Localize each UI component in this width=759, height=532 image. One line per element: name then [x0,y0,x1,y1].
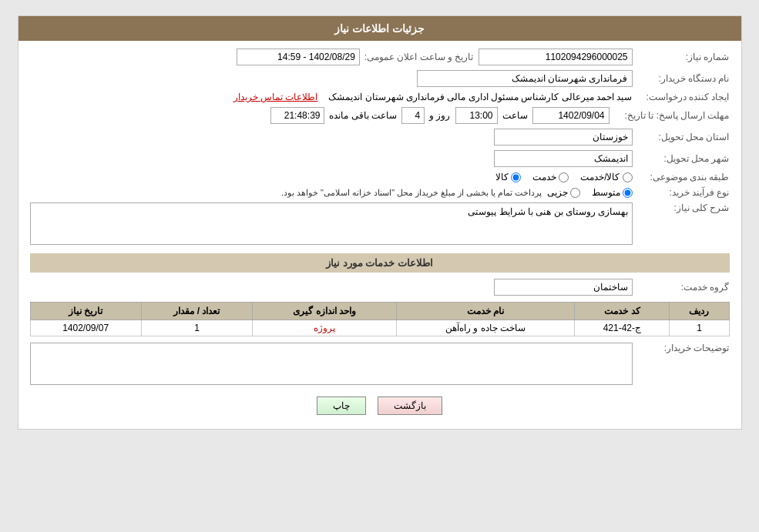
deadline-remaining: 21:48:39 [270,107,324,124]
row-province: استان محل تحویل: خوزستان [30,129,730,146]
row-buyer-org: نام دستگاه خریدار: فرمانداری شهرستان اند… [30,70,730,87]
deadline-time-label: ساعت [502,110,528,121]
category-label: طبقه بندی موضوعی: [637,172,730,182]
datetime-value: 1402/08/29 - 14:59 [237,49,360,65]
need-desc-textarea[interactable]: بهسازی روستای بن هنی با شرایط پیوستی [30,202,633,245]
cell-date: 1402/09/07 [30,320,141,336]
city-value: اندیمشک [494,150,633,167]
creator-label: ایجاد کننده درخواست: [637,92,730,102]
col-qty: تعداد / مقدار [141,303,252,320]
col-unit: واحد اندازه گیری [253,303,397,320]
col-date: تاریخ نیاز [30,303,141,320]
row-city: شهر محل تحویل: اندیمشک [30,150,730,167]
need-desc-area: بهسازی روستای بن هنی با شرایط پیوستی [30,202,633,247]
cell-unit: پروژه [253,320,397,336]
deadline-label: مهلت ارسال پاسخ: تا تاریخ: [614,110,730,121]
category-radio-group: کالا/خدمت خدمت کالا [495,172,632,182]
province-label: استان محل تحویل: [637,132,730,142]
row-process: نوع فرآیند خرید: متوسط جزیی پرداخت تمام … [30,187,730,198]
services-table-container: ردیف کد خدمت نام خدمت واحد اندازه گیری ت… [30,302,730,336]
col-name: نام خدمت [397,303,575,320]
creator-value: سید احمد میرعالی کارشناس مسئول اداری مال… [328,92,632,102]
contact-link[interactable]: اطلاعات تماس خریدار [233,92,318,102]
row-deadline: مهلت ارسال پاسخ: تا تاریخ: 1402/09/04 سا… [30,107,730,124]
service-group-label: گروه خدمت: [637,282,730,293]
province-value: خوزستان [494,129,633,146]
row-buyer-notes: توضیحات خریدار: [30,343,730,387]
category-option-kala-khedmat[interactable]: کالا/خدمت [580,172,632,182]
col-row: ردیف [670,303,729,320]
service-group-value: ساختمان [494,279,633,296]
cell-name: ساخت جاده و راه‌آهن [397,320,575,336]
process-option-jozee[interactable]: جزیی [547,187,580,198]
category-option-khedmat[interactable]: خدمت [532,172,569,182]
print-button[interactable]: چاپ [317,396,366,415]
category-option-kala[interactable]: کالا [495,172,521,182]
deadline-days: 4 [401,107,425,124]
main-container: جزئیات اطلاعات نیاز شماره نیاز: 11020942… [18,15,742,430]
table-row: 1 ج-42-421 ساخت جاده و راه‌آهن پروژه 1 1… [30,320,729,336]
process-radio-group: متوسط جزیی [547,187,633,198]
row-need-number: شماره نیاز: 1102094296000025 تاریخ و ساع… [30,49,730,65]
process-note: پرداخت تمام یا بخشی از مبلغ خریداز محل "… [281,188,542,198]
services-section-title: اطلاعات خدمات مورد نیاز [30,253,730,273]
process-option-motavaset[interactable]: متوسط [592,187,633,198]
need-number-value: 1102094296000025 [479,49,633,65]
need-desc-label: شرح کلی نیاز: [637,202,730,213]
cell-qty: 1 [141,320,252,336]
row-need-desc: شرح کلی نیاز: بهسازی روستای بن هنی با شر… [30,202,730,247]
city-label: شهر محل تحویل: [637,153,730,164]
row-service-group: گروه خدمت: ساختمان [30,279,730,296]
buyer-org-label: نام دستگاه خریدار: [637,73,730,84]
back-button[interactable]: بازگشت [378,396,442,415]
col-code: کد خدمت [575,303,670,320]
cell-code: ج-42-421 [575,320,670,336]
buyer-notes-label: توضیحات خریدار: [637,343,730,353]
deadline-time: 13:00 [455,107,498,124]
deadline-date: 1402/09/04 [532,107,610,124]
need-number-label: شماره نیاز: [637,52,730,62]
services-table: ردیف کد خدمت نام خدمت واحد اندازه گیری ت… [30,302,730,336]
row-creator: ایجاد کننده درخواست: سید احمد میرعالی کا… [30,92,730,102]
deadline-remaining-label: ساعت باقی مانده [329,110,397,121]
cell-row: 1 [670,320,729,336]
row-category: طبقه بندی موضوعی: کالا/خدمت خدمت کالا [30,172,730,182]
buyer-org-value: فرمانداری شهرستان اندیمشک [417,70,633,87]
page-title: جزئیات اطلاعات نیاز [18,16,741,41]
datetime-label: تاریخ و ساعت اعلان عمومی: [364,52,474,62]
buttons-row: بازگشت چاپ [30,396,730,415]
content-area: شماره نیاز: 1102094296000025 تاریخ و ساع… [18,41,741,429]
process-label: نوع فرآیند خرید: [637,187,730,198]
buyer-notes-area [30,343,633,387]
deadline-days-label: روز و [429,110,450,121]
buyer-notes-textarea[interactable] [30,343,633,385]
